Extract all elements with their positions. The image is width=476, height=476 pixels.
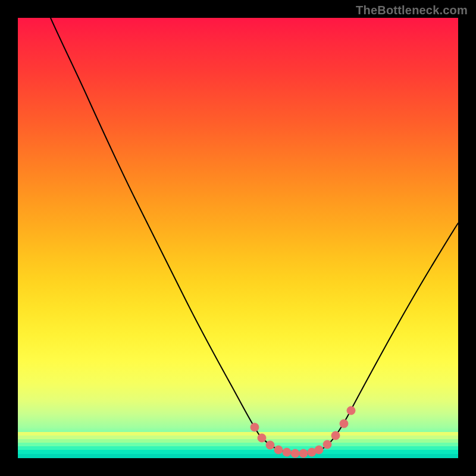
green-stripe-band	[18, 432, 458, 458]
svg-point-11	[340, 419, 348, 428]
svg-point-0	[250, 423, 259, 431]
chart-container: TheBottleneck.com	[0, 0, 476, 476]
bottleneck-curve	[51, 18, 458, 454]
watermark-text: TheBottleneck.com	[356, 4, 468, 17]
curve-svg	[18, 18, 458, 458]
svg-point-12	[347, 406, 355, 415]
plot-area	[18, 18, 458, 458]
